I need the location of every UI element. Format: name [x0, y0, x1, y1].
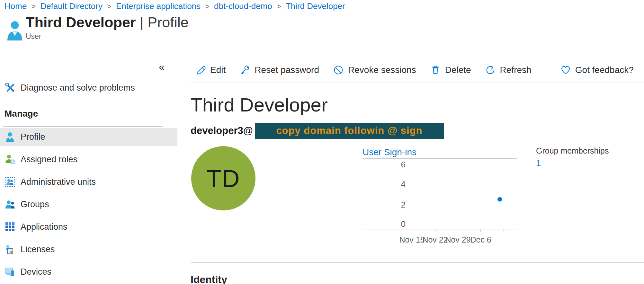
section-divider — [191, 262, 644, 263]
sidebar-item-label: Groups — [21, 200, 49, 209]
y-tick-label: 0 — [401, 219, 406, 229]
breadcrumb-separator: > — [205, 2, 210, 11]
edit-label: Edit — [210, 65, 226, 75]
page-title-section: Profile — [148, 14, 189, 31]
page-title-divider: | — [140, 14, 144, 31]
tools-icon — [4, 82, 15, 93]
devices-icon — [4, 266, 15, 277]
y-tick-label: 6 — [401, 160, 406, 169]
sidebar-item-devices[interactable]: Devices — [0, 263, 177, 281]
breadcrumb-home[interactable]: Home — [4, 1, 27, 11]
y-tick-label: 4 — [401, 179, 406, 189]
delete-label: Delete — [445, 65, 471, 75]
revoke-sessions-label: Revoke sessions — [348, 65, 416, 75]
page-title-name: Third Developer — [26, 14, 136, 31]
breadcrumb-dbt-cloud-demo[interactable]: dbt-cloud-demo — [214, 1, 272, 11]
breadcrumb-separator: > — [31, 2, 36, 11]
license-icon — [4, 244, 15, 255]
sidebar-item-diagnose[interactable]: Diagnose and solve problems — [0, 79, 177, 97]
sidebar-item-licenses[interactable]: Licenses — [0, 240, 177, 258]
breadcrumb-separator: > — [107, 2, 112, 11]
sidebar-item-administrative-units[interactable]: Administrative units — [0, 173, 177, 191]
breadcrumb-third-developer[interactable]: Third Developer — [286, 1, 345, 11]
sidebar-item-label: Applications — [21, 222, 67, 232]
sidebar-item-label: Profile — [21, 132, 45, 142]
sidebar-item-label: Devices — [21, 267, 51, 277]
person-role-icon — [4, 154, 15, 165]
refresh-label: Refresh — [500, 65, 532, 75]
avatar: TD — [191, 146, 255, 210]
sidebar-divider — [3, 126, 163, 127]
sidebar-item-label: Assigned roles — [21, 155, 77, 164]
delete-button[interactable]: Delete — [430, 65, 471, 75]
page-title: Third Developer | Profile — [26, 14, 189, 31]
user-avatar-icon — [5, 19, 24, 42]
user-display-name: Third Developer — [191, 94, 328, 116]
breadcrumb-default-directory[interactable]: Default Directory — [40, 1, 103, 11]
reset-password-button[interactable]: Reset password — [240, 65, 319, 75]
breadcrumb-enterprise-applications[interactable]: Enterprise applications — [116, 1, 201, 11]
key-icon — [240, 65, 250, 75]
sidebar: « Diagnose and solve problems Manage Pro… — [0, 48, 177, 284]
user-sign-ins-link[interactable]: User Sign-ins — [362, 147, 416, 157]
y-tick-label: 2 — [401, 200, 406, 209]
command-bar: Edit Reset password Revoke sessions Dele… — [195, 63, 634, 77]
sidebar-item-profile[interactable]: Profile — [0, 128, 177, 146]
sidebar-item-applications[interactable]: Applications — [0, 218, 177, 236]
sidebar-section-manage: Manage — [4, 109, 38, 119]
refresh-button[interactable]: Refresh — [485, 65, 532, 75]
chart-title-underline — [362, 158, 517, 159]
reset-password-label: Reset password — [255, 65, 319, 75]
sidebar-item-label: Administrative units — [21, 177, 96, 187]
refresh-icon — [485, 65, 496, 75]
email-prefix: developer3@ — [191, 125, 253, 137]
redaction-label: copy domain followin @ sign — [276, 125, 422, 137]
trash-icon — [430, 65, 441, 75]
block-icon — [333, 65, 344, 75]
page-subtitle: User — [26, 32, 41, 41]
x-tick-label: Nov 15 — [399, 235, 425, 244]
revoke-sessions-button[interactable]: Revoke sessions — [333, 65, 416, 75]
admin-units-icon — [4, 176, 15, 187]
pencil-icon — [195, 65, 206, 75]
breadcrumb-separator: > — [277, 2, 281, 11]
x-tick-label: Nov 22 — [422, 235, 448, 244]
user-principal-name: developer3@ copy domain followin @ sign — [191, 123, 444, 139]
group-memberships-value[interactable]: 1 — [536, 158, 541, 168]
people-icon — [4, 199, 15, 210]
x-tick-label: Dec 6 — [470, 235, 491, 244]
edit-button[interactable]: Edit — [195, 65, 226, 75]
sidebar-item-assigned-roles[interactable]: Assigned roles — [0, 150, 177, 168]
sign-ins-chart: 6 4 2 0 Nov 15 Nov 22 Nov 29 Dec 6 — [362, 159, 523, 252]
sidebar-collapse-icon[interactable]: « — [159, 62, 165, 72]
sidebar-item-groups[interactable]: Groups — [0, 195, 177, 213]
content-top-divider — [191, 83, 644, 83]
sidebar-item-label: Diagnose and solve problems — [21, 83, 135, 93]
sidebar-item-label: Licenses — [21, 244, 55, 254]
identity-section-heading: Identity — [191, 274, 227, 284]
breadcrumb: Home > Default Directory > Enterprise ap… — [4, 1, 345, 11]
heart-icon — [560, 65, 571, 75]
group-memberships-label: Group memberships — [536, 146, 609, 155]
redaction-box: copy domain followin @ sign — [255, 123, 444, 139]
toolbar-divider — [546, 63, 546, 77]
person-icon — [4, 131, 15, 142]
feedback-label: Got feedback? — [575, 65, 634, 75]
signin-data-point — [497, 197, 502, 202]
feedback-button[interactable]: Got feedback? — [560, 65, 634, 75]
avatar-initials: TD — [206, 164, 240, 192]
grid-icon — [4, 221, 15, 232]
x-tick-label: Nov 29 — [445, 235, 470, 244]
